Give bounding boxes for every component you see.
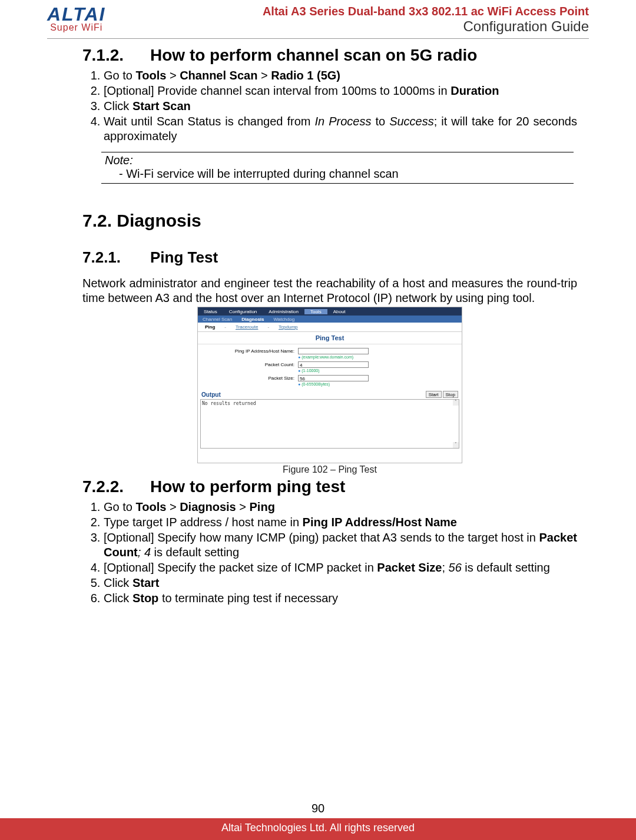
scroll-up-icon[interactable]: ˄ — [453, 400, 459, 406]
heading-7-1-2: 7.1.2.How to perform channel scan on 5G … — [82, 46, 577, 65]
para-7-2-1: Network administrator and engineer test … — [82, 276, 577, 306]
figure-ping-test: Status Configuration Administration Tool… — [197, 307, 462, 475]
heading-7-2: 7.2. Diagnosis — [82, 211, 577, 231]
logo-sub: Super WiFi — [50, 22, 102, 33]
label-ip: Ping IP Address/Host Name: — [210, 348, 298, 354]
header-text: Altai A3 Series Dual-band 3x3 802.11 ac … — [263, 5, 589, 35]
input-ip[interactable] — [298, 348, 369, 354]
ping-form: Ping IP Address/Host Name: (example:www.… — [198, 344, 462, 390]
figure-caption: Figure 102 – Ping Test — [197, 464, 462, 475]
stop-button[interactable]: Stop — [443, 391, 458, 398]
note-title: Note: — [105, 154, 574, 167]
input-size[interactable]: 56 — [298, 375, 369, 381]
console-text: No results returned — [202, 401, 256, 406]
heading-title: How to perform ping test — [150, 477, 345, 496]
page-number: 90 — [0, 802, 636, 815]
label-size: Packet Size: — [210, 375, 298, 381]
step: [Optional] Specify how many ICMP (ping) … — [104, 530, 577, 560]
step: Go to Tools > Channel Scan > Radio 1 (5G… — [104, 68, 577, 83]
step: Click Start — [104, 576, 577, 590]
label-count: Packet Count: — [210, 361, 298, 367]
steps-7-2-2: Go to Tools > Diagnosis > Ping Type targ… — [104, 500, 577, 606]
sub-tabs: Channel Scan Diagnosis Watchdog — [198, 316, 462, 323]
hint-ip: (example:www.domain.com) — [298, 355, 369, 359]
heading-num: 7.2.2. — [82, 477, 150, 496]
start-button[interactable]: Start — [426, 391, 442, 398]
tab-tools[interactable]: Tools — [304, 309, 327, 314]
heading-num: 7.2.1. — [82, 248, 150, 267]
note-box: Note: - Wi-Fi service will be interrupte… — [101, 152, 574, 184]
header-guide: Configuration Guide — [263, 18, 589, 35]
hint-count: (1-10000) — [298, 368, 369, 373]
subtab-ping[interactable]: Ping — [200, 324, 220, 330]
subtab-traceroute[interactable]: Traceroute — [231, 324, 263, 330]
step: Go to Tools > Diagnosis > Ping — [104, 500, 577, 514]
step: [Optional] Provide channel scan interval… — [104, 84, 577, 98]
heading-title: Ping Test — [150, 248, 218, 266]
screenshot: Status Configuration Administration Tool… — [197, 307, 462, 463]
output-console: No results returned ˄ ˅ — [200, 399, 459, 449]
header-product: Altai A3 Series Dual-band 3x3 802.11 ac … — [263, 5, 589, 18]
panel-title: Ping Test — [198, 332, 462, 344]
diag-sub-tabs: Ping - Traceroute - Tcpdump — [198, 323, 462, 332]
step: Click Start Scan — [104, 99, 577, 114]
header-rule — [47, 38, 589, 39]
footer: Altai Technologies Ltd. All rights reser… — [0, 818, 636, 840]
output-label: Output — [201, 391, 221, 398]
logo: ALTAI Super WiFi — [47, 5, 105, 33]
step: [Optional] Specify the packet size of IC… — [104, 560, 577, 575]
subtab-tcpdump[interactable]: Tcpdump — [274, 324, 302, 330]
top-tabs: Status Configuration Administration Tool… — [198, 307, 462, 316]
scroll-down-icon[interactable]: ˅ — [453, 442, 459, 448]
step: Type target IP address / host name in Pi… — [104, 515, 577, 530]
step: Wait until Scan Status is changed from I… — [104, 114, 577, 144]
tab-administration[interactable]: Administration — [263, 309, 304, 314]
tab-status[interactable]: Status — [198, 309, 223, 314]
heading-num: 7.1.2. — [82, 46, 150, 65]
separator: - — [263, 324, 274, 330]
output-header: Output StartStop — [198, 390, 462, 399]
heading-7-2-1: 7.2.1.Ping Test — [82, 248, 577, 267]
note-body: - Wi-Fi service will be interrupted duri… — [105, 167, 574, 181]
heading-7-2-2: 7.2.2.How to perform ping test — [82, 477, 577, 496]
steps-7-1-2: Go to Tools > Channel Scan > Radio 1 (5G… — [104, 68, 577, 144]
input-count[interactable]: 4 — [298, 361, 369, 368]
tab-diagnosis[interactable]: Diagnosis — [237, 317, 269, 322]
step: Click Stop to terminate ping test if nec… — [104, 591, 577, 606]
hint-size: (0-65500Bytes) — [298, 382, 369, 386]
tab-configuration[interactable]: Configuration — [223, 309, 263, 314]
tab-about[interactable]: About — [327, 309, 352, 314]
separator: - — [220, 324, 231, 330]
logo-main: ALTAI — [47, 5, 105, 24]
heading-title: How to perform channel scan on 5G radio — [150, 46, 477, 64]
tab-channel-scan[interactable]: Channel Scan — [198, 317, 237, 322]
tab-watchdog[interactable]: Watchdog — [269, 317, 300, 322]
header: ALTAI Super WiFi Altai A3 Series Dual-ba… — [47, 0, 589, 35]
